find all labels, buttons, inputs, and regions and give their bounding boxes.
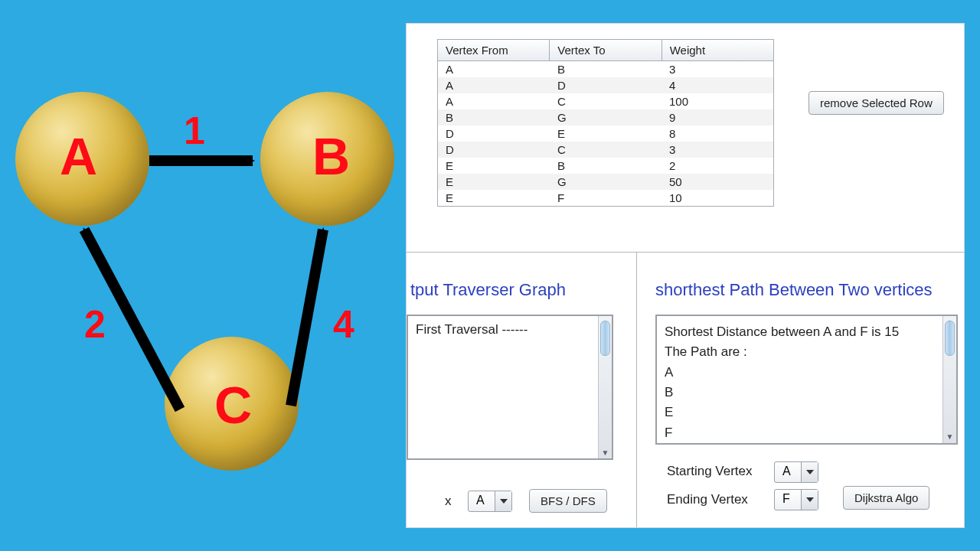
graph-node-b-label: B (312, 126, 350, 186)
ending-vertex-combo[interactable]: F (774, 489, 818, 510)
edges-table[interactable]: Vertex From Vertex To Weight AB3AD4AC100… (437, 39, 774, 207)
table-row[interactable]: AB3 (438, 61, 773, 77)
shortest-output-line: The Path are : (665, 342, 949, 362)
cell-weight: 3 (662, 142, 773, 158)
cell-from: E (438, 190, 550, 206)
starting-vertex-label: Starting Vertex (667, 464, 753, 479)
graph-edge-ca-weight: 2 (84, 302, 106, 347)
cell-weight: 10 (662, 190, 773, 206)
cell-from: D (438, 142, 550, 158)
cell-to: D (550, 77, 662, 93)
shortest-output-line: A (665, 363, 949, 383)
shortest-output-line: F (665, 423, 949, 443)
cell-to: C (550, 142, 662, 158)
shortest-output-line: B (665, 383, 949, 403)
vertical-divider (636, 252, 637, 527)
cell-to: B (550, 158, 662, 174)
graph-edges (0, 0, 406, 551)
table-row[interactable]: AD4 (438, 77, 773, 93)
cell-weight: 9 (662, 109, 773, 126)
horizontal-divider (407, 252, 964, 253)
cell-from: A (438, 77, 550, 93)
stage: A B C 1 2 4 Vertex From Vertex To Weight (0, 0, 980, 551)
traverser-output[interactable]: First Traversal ------ ▲ ▼ (407, 315, 613, 460)
shortest-output-line: E (665, 403, 949, 422)
table-row[interactable]: BG9 (438, 109, 773, 126)
cell-weight: 4 (662, 77, 773, 93)
cell-to: G (550, 174, 662, 190)
ending-vertex-value: F (775, 490, 801, 510)
dijkstra-button[interactable]: Dijkstra Algo (843, 486, 929, 510)
cell-from: D (438, 126, 550, 142)
cell-weight: 3 (662, 61, 773, 77)
cell-to: C (550, 93, 662, 109)
table-row[interactable]: EF10 (438, 190, 773, 206)
cell-to: F (550, 190, 662, 206)
graph-edge-ab-weight: 1 (184, 109, 205, 153)
shortest-title: shorthest Path Between Two vertices (655, 280, 933, 300)
remove-selected-row-button[interactable]: remove Selected Row (808, 91, 944, 115)
cell-from: E (438, 158, 550, 174)
scroll-thumb[interactable] (945, 321, 955, 356)
shortest-output-line: Shortest Distance between A and F is 15 (665, 322, 949, 342)
cell-weight: 50 (662, 174, 773, 190)
graph-edge-cb-weight: 4 (333, 302, 354, 347)
col-to[interactable]: Vertex To (550, 40, 662, 61)
app-panel: Vertex From Vertex To Weight AB3AD4AC100… (406, 23, 965, 528)
cell-weight: 100 (662, 93, 773, 109)
graph-node-a-label: A (60, 126, 97, 186)
table-row[interactable]: AC100 (438, 93, 773, 109)
table-header: Vertex From Vertex To Weight (438, 40, 773, 61)
col-weight[interactable]: Weight (662, 40, 773, 61)
table-row[interactable]: DE8 (438, 126, 773, 142)
traverser-start-value: A (469, 491, 495, 511)
scroll-down-icon[interactable]: ▼ (943, 431, 956, 443)
traverser-start-combo[interactable]: A (468, 491, 512, 512)
cell-from: A (438, 61, 550, 77)
shortest-scrollbar[interactable]: ▲ ▼ (942, 316, 956, 443)
ending-vertex-label: Ending Vertex (667, 492, 748, 507)
cell-to: E (550, 126, 662, 142)
starting-vertex-combo[interactable]: A (774, 461, 818, 483)
table-row[interactable]: EB2 (438, 158, 773, 174)
scroll-thumb[interactable] (600, 321, 610, 356)
cell-to: B (550, 61, 662, 77)
chevron-down-icon[interactable] (801, 462, 818, 482)
cell-weight: 2 (662, 158, 773, 174)
graph-node-c-label: C (214, 375, 252, 435)
cell-weight: 8 (662, 126, 773, 142)
shortest-output[interactable]: Shortest Distance between A and F is 15 … (655, 315, 958, 445)
traverser-output-text: First Traversal ------ (416, 322, 528, 337)
chevron-down-icon[interactable] (495, 491, 511, 511)
cell-from: A (438, 93, 550, 109)
starting-vertex-value: A (775, 462, 801, 482)
scroll-down-icon[interactable]: ▼ (599, 446, 612, 458)
table-row[interactable]: DC3 (438, 142, 773, 158)
cell-from: E (438, 174, 550, 190)
traverser-x-label: x (445, 494, 452, 509)
table-row[interactable]: EG50 (438, 174, 773, 190)
svg-line-2 (291, 230, 323, 406)
chevron-down-icon[interactable] (801, 490, 818, 510)
cell-from: B (438, 109, 550, 126)
traverser-title: tput Traverser Graph (410, 280, 566, 300)
col-from[interactable]: Vertex From (438, 40, 550, 61)
cell-to: G (550, 109, 662, 126)
traverser-scrollbar[interactable]: ▲ ▼ (598, 316, 612, 458)
bfs-dfs-button[interactable]: BFS / DFS (529, 489, 607, 513)
